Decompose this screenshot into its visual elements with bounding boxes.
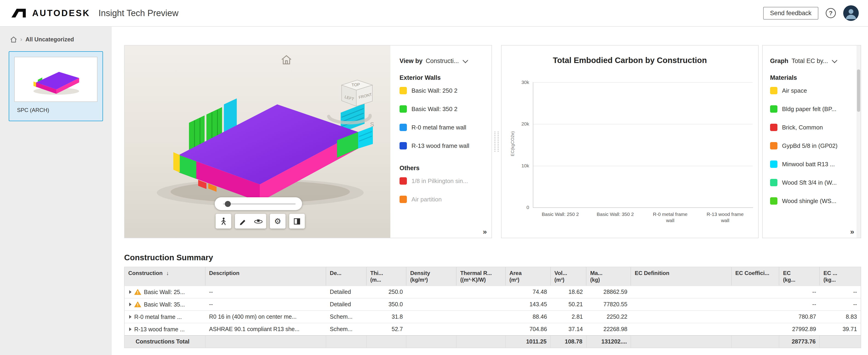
legend-item[interactable]: Basic Wall: 250 2: [400, 81, 484, 100]
legend-item[interactable]: 1/8 in Pilkington sin...: [400, 172, 484, 190]
header-label: EC: [783, 269, 815, 276]
expand-caret-icon[interactable]: [129, 290, 131, 294]
summary-total-cell-density: [406, 336, 457, 348]
legend-item[interactable]: Air space: [770, 81, 854, 100]
send-feedback-button[interactable]: Send feedback: [763, 7, 818, 20]
render-style-button[interactable]: [289, 214, 305, 229]
legend-item[interactable]: Air partition: [400, 190, 484, 209]
user-avatar[interactable]: [843, 5, 859, 21]
color-swatch: [400, 177, 407, 185]
summary-table-row[interactable]: R-13 wood frame ...ASHRAE 90.1 compliant…: [125, 323, 861, 335]
summary-table-row[interactable]: Basic Wall: 25...--Detailed250.074.4818.…: [125, 286, 861, 298]
summary-header-row: Construction↓DescriptionDe...Thi...(m...…: [125, 267, 861, 286]
summary-table-row[interactable]: Basic Wall: 35...--Detailed350.0143.4550…: [125, 298, 861, 310]
compass-south-label: S: [370, 121, 374, 128]
construction-summary: Construction Summary Construction↓Descri…: [124, 253, 861, 348]
summary-header-cell-thickness[interactable]: Thi...(m...: [367, 267, 407, 286]
walkthrough-button[interactable]: [216, 214, 231, 229]
summary-cell-thermal: [457, 323, 506, 335]
settings-button[interactable]: ⚙: [270, 214, 285, 229]
view-cube[interactable]: S TOP LEFT FRONT: [324, 79, 384, 134]
legend-item[interactable]: Bldg paper felt (BP...: [770, 100, 854, 118]
legend-item[interactable]: Wood Sft 3/4 in (W...: [770, 173, 854, 192]
summary-header-cell-thermal[interactable]: Thermal R...((m²·K)/W): [457, 267, 506, 286]
view-by-dropdown[interactable]: View by Constructi...: [400, 57, 484, 65]
legend-label: R-0 metal frame wall: [411, 124, 466, 131]
color-swatch: [400, 87, 407, 94]
breadcrumb-separator-icon: ›: [20, 36, 22, 43]
model-card-spc-arch[interactable]: SPC (ARCH): [9, 51, 103, 121]
orbit-icon: [254, 217, 263, 225]
summary-header-cell-description[interactable]: Description: [206, 267, 326, 286]
construction-name: Basic Wall: 25...: [144, 286, 185, 298]
expand-caret-icon[interactable]: [129, 315, 131, 319]
graph-dropdown[interactable]: Graph Total EC by...: [770, 57, 854, 65]
graph-label: Graph: [770, 57, 788, 65]
model-viewer[interactable]: S TOP LEFT FRONT: [125, 46, 390, 238]
header-unit-label: (m...: [370, 276, 403, 284]
summary-header-cell-ec_coefficient[interactable]: EC Coeffici...: [732, 267, 779, 286]
summary-header-cell-construction[interactable]: Construction↓: [125, 267, 206, 286]
graph-legend-panel: Graph Total EC by... Materials Air space…: [762, 45, 861, 238]
color-swatch: [770, 160, 777, 168]
warning-icon: [134, 301, 141, 307]
summary-header-cell-volume[interactable]: Vol...(m³): [551, 267, 587, 286]
summary-header-cell-ec[interactable]: EC(kg...: [779, 267, 820, 286]
orbit-button[interactable]: [251, 214, 266, 229]
summary-cell-thermal: [457, 298, 506, 310]
legend-item[interactable]: Wood shingle (WS...: [770, 192, 854, 210]
summary-cell-mass: 28862.59: [587, 286, 631, 298]
chart-bar-slot: [698, 82, 753, 207]
avatar-person-icon: [843, 5, 859, 21]
markup-button[interactable]: [235, 214, 251, 229]
scrollbar-thumb[interactable]: [857, 69, 860, 112]
view-by-label: View by: [400, 57, 423, 65]
summary-cell-ec: --: [779, 286, 820, 298]
panel-resize-handle[interactable]: [492, 45, 501, 238]
expand-panel-button[interactable]: »: [483, 227, 487, 236]
summary-header-cell-density[interactable]: Density(kg/m³): [406, 267, 457, 286]
expand-caret-icon[interactable]: [129, 327, 131, 331]
legend-label: Basic Wall: 350 2: [411, 106, 458, 113]
legend-item[interactable]: R-13 wood frame wall: [400, 137, 484, 155]
expand-panel-button[interactable]: »: [850, 227, 854, 236]
header-label: De...: [330, 269, 363, 276]
breadcrumb-label[interactable]: All Uncategorized: [26, 36, 74, 43]
summary-header-cell-area[interactable]: Area(m²): [506, 267, 551, 286]
summary-cell-construction: R-13 wood frame ...: [125, 323, 206, 335]
legend-item[interactable]: Minwool batt R13 ...: [770, 155, 854, 173]
summary-header-cell-ec_definition[interactable]: EC Definition: [631, 267, 732, 286]
legend-item[interactable]: Brick, Common: [770, 118, 854, 137]
help-icon[interactable]: ?: [826, 8, 836, 18]
explode-slider[interactable]: [215, 197, 302, 210]
legend-label: Minwool batt R13 ...: [782, 161, 835, 168]
summary-cell-thickness: 250.0: [367, 286, 407, 298]
header-unit-label: ((m²·K)/W): [460, 276, 502, 284]
legend-item[interactable]: Basic Wall: 350 2: [400, 100, 484, 118]
header-label: Area: [509, 269, 547, 276]
summary-header-cell-ec_total[interactable]: EC ...(kg...: [820, 267, 861, 286]
legend-label: Wood shingle (WS...: [782, 198, 837, 205]
viewer-home-icon[interactable]: [281, 55, 292, 65]
summary-cell-thermal: [457, 311, 506, 323]
summary-total-cell-ec_definition: [631, 336, 732, 348]
legend-item[interactable]: GypBd 5/8 in (GP02): [770, 137, 854, 155]
embodied-carbon-chart-panel: Total Embodied Carbon by Construction EC…: [501, 45, 758, 238]
summary-header-cell-definition[interactable]: De...: [326, 267, 367, 286]
slider-handle[interactable]: [225, 201, 231, 207]
expand-caret-icon[interactable]: [129, 303, 131, 306]
summary-cell-density: [406, 323, 457, 335]
legend-label: R-13 wood frame wall: [411, 142, 469, 149]
chart-bar-slot: [588, 82, 643, 207]
legend-section-title: Others: [400, 165, 484, 172]
legend-item[interactable]: R-0 metal frame wall: [400, 118, 484, 137]
home-icon[interactable]: [10, 36, 17, 43]
scrollbar-track[interactable]: [857, 46, 861, 238]
summary-total-cell-area: 1011.25: [506, 336, 551, 348]
summary-table-row[interactable]: R-0 metal frame ...R0 16 in (400 mm) on …: [125, 310, 861, 323]
summary-header-cell-mass[interactable]: Ma...(kg): [586, 267, 631, 286]
sort-descending-icon[interactable]: ↓: [166, 270, 169, 276]
header-label: Thi...: [370, 269, 403, 276]
slider-track[interactable]: [223, 203, 296, 205]
chart-category-labels: Basic Wall: 250 2Basic Wall: 350 2R-0 me…: [533, 211, 753, 224]
